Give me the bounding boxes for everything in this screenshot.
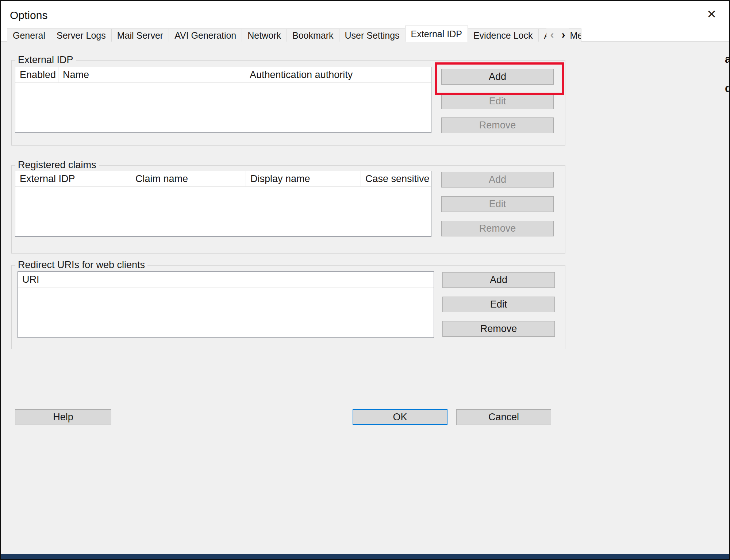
group-redirect-uris-label: Redirect URIs for web clients xyxy=(15,259,147,271)
window-bottom-edge xyxy=(1,554,729,559)
tab-bookmark[interactable]: Bookmark xyxy=(287,28,339,42)
redirect-uris-list-header: URI xyxy=(18,272,434,287)
tab-avi-generation[interactable]: AVI Generation xyxy=(169,28,242,42)
group-registered-claims: Registered claims External IDP Claim nam… xyxy=(11,165,565,254)
redirect-uris-list[interactable]: URI xyxy=(18,271,434,338)
tab-mail-server[interactable]: Mail Server xyxy=(111,28,169,42)
registered-claims-list[interactable]: External IDP Claim name Display name Cas… xyxy=(15,171,431,237)
registered-claims-list-header: External IDP Claim name Display name Cas… xyxy=(15,171,431,187)
column-header-claim-name[interactable]: Claim name xyxy=(131,171,246,186)
registered-claims-add-button[interactable]: Add xyxy=(441,172,554,188)
column-header-uri[interactable]: URI xyxy=(18,272,434,287)
group-registered-claims-label: Registered claims xyxy=(15,159,99,171)
group-redirect-uris: Redirect URIs for web clients URI Add Ed… xyxy=(11,265,565,349)
tab-scroll-left-icon[interactable]: ‹ xyxy=(546,28,558,41)
tab-scroll-controls: ‹ › xyxy=(546,28,569,41)
redirect-uris-remove-button[interactable]: Remove xyxy=(442,321,555,337)
group-external-idp: External IDP Enabled Name Authentication… xyxy=(11,60,565,146)
cancel-button[interactable]: Cancel xyxy=(456,409,551,425)
external-idp-add-button[interactable]: Add xyxy=(441,69,554,85)
external-idp-edit-button[interactable]: Edit xyxy=(441,93,554,109)
external-idp-list[interactable]: Enabled Name Authentication authority xyxy=(15,67,431,133)
column-header-enabled[interactable]: Enabled xyxy=(15,67,58,82)
column-header-name[interactable]: Name xyxy=(58,67,245,82)
redirect-uris-edit-button[interactable]: Edit xyxy=(442,297,555,312)
close-icon[interactable]: ✕ xyxy=(707,8,716,20)
tab-external-idp[interactable]: External IDP xyxy=(405,26,468,42)
redirect-uris-add-button[interactable]: Add xyxy=(442,272,555,288)
external-idp-list-header: Enabled Name Authentication authority xyxy=(15,67,431,83)
column-header-case-sensitive[interactable]: Case sensitive xyxy=(361,171,431,186)
registered-claims-remove-button[interactable]: Remove xyxy=(441,221,554,236)
tab-server-logs[interactable]: Server Logs xyxy=(51,28,112,42)
ok-button[interactable]: OK xyxy=(353,409,447,425)
help-button[interactable]: Help xyxy=(15,409,111,425)
column-header-display-name[interactable]: Display name xyxy=(246,171,361,186)
tab-scroll-right-icon[interactable]: › xyxy=(558,28,569,41)
column-header-external-idp[interactable]: External IDP xyxy=(15,171,131,186)
registered-claims-edit-button[interactable]: Edit xyxy=(441,196,554,212)
column-header-authentication-authority[interactable]: Authentication authority xyxy=(245,67,431,82)
options-dialog: Options ✕ General Server Logs Mail Serve… xyxy=(0,0,730,560)
tab-evidence-lock[interactable]: Evidence Lock xyxy=(468,28,539,42)
external-idp-remove-button[interactable]: Remove xyxy=(441,117,554,133)
group-external-idp-label: External IDP xyxy=(15,54,76,66)
window-title: Options xyxy=(10,9,47,22)
tab-network[interactable]: Network xyxy=(242,28,287,42)
clipped-background-text: a xyxy=(725,53,730,65)
tab-general[interactable]: General xyxy=(7,28,51,42)
tab-strip: General Server Logs Mail Server AVI Gene… xyxy=(7,27,581,42)
clipped-background-text: d xyxy=(725,82,730,94)
tab-user-settings[interactable]: User Settings xyxy=(339,28,406,42)
